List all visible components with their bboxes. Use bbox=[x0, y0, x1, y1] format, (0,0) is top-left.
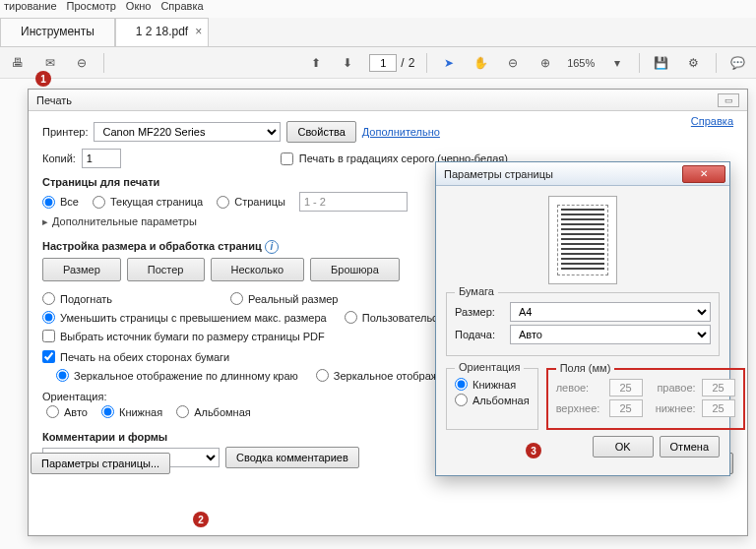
menu-window[interactable]: Окно bbox=[126, 0, 152, 18]
margin-bottom-input[interactable] bbox=[702, 399, 735, 417]
pages-range-input[interactable] bbox=[299, 192, 408, 212]
poster-button[interactable]: Постер bbox=[127, 258, 205, 281]
pages-current-radio[interactable] bbox=[93, 196, 105, 209]
orient-portrait-radio[interactable] bbox=[101, 405, 114, 418]
paper-size-select[interactable]: A4 bbox=[510, 302, 711, 322]
close-icon[interactable]: × bbox=[195, 25, 202, 38]
actual-radio[interactable] bbox=[230, 292, 243, 305]
custom-radio[interactable] bbox=[345, 311, 357, 324]
print-icon[interactable]: 🖶 bbox=[8, 52, 28, 74]
printer-label: Принтер: bbox=[42, 126, 88, 138]
advanced-link[interactable]: Дополнительно bbox=[362, 126, 440, 138]
chevron-down-icon[interactable]: ▾ bbox=[606, 52, 626, 74]
paper-feed-label: Подача: bbox=[455, 329, 504, 340]
paper-feed-select[interactable]: Авто bbox=[510, 325, 711, 344]
separator bbox=[426, 53, 427, 73]
tab-tools[interactable]: Инструменты bbox=[0, 18, 115, 46]
zoom-plus-icon[interactable]: ⊕ bbox=[536, 52, 555, 74]
orientation-group: Ориентация Книжная Альбомная bbox=[446, 368, 538, 430]
pages-all-label: Все bbox=[60, 196, 79, 208]
menubar: тирование Просмотр Окно Справка bbox=[0, 0, 756, 18]
flip-long-radio[interactable] bbox=[56, 369, 69, 382]
page-preview bbox=[548, 196, 617, 284]
margins-group: Поля (мм) левое: правое: верхнее: нижнее… bbox=[546, 368, 745, 430]
pages-current-label: Текущая страница bbox=[110, 196, 203, 208]
comment-icon[interactable]: 💬 bbox=[728, 52, 748, 74]
page-down-icon[interactable]: ⬇ bbox=[338, 52, 357, 74]
duplex-checkbox[interactable] bbox=[42, 350, 55, 363]
annotation-badge-2: 2 bbox=[193, 512, 209, 527]
shrink-radio[interactable] bbox=[42, 311, 55, 324]
sizing-section-title: Настройка размера и обработка страниц bbox=[42, 240, 262, 252]
help-link[interactable]: Справка bbox=[691, 115, 733, 127]
tabbar: Инструменты 1 2 18.pdf × bbox=[0, 18, 756, 47]
orient-landscape-radio[interactable] bbox=[176, 405, 189, 418]
page-setup-dialog: Параметры страницы ✕ Бумага Размер: A4 П… bbox=[435, 161, 730, 476]
pages-range-radio[interactable] bbox=[217, 196, 229, 209]
print-dialog-title: Печать bbox=[36, 94, 72, 106]
grayscale-checkbox[interactable] bbox=[281, 152, 293, 165]
booklet-button[interactable]: Брошюра bbox=[310, 258, 400, 281]
page-total: 2 bbox=[409, 56, 415, 70]
page-setup-button[interactable]: Параметры страницы... bbox=[31, 453, 170, 474]
annotation-badge-3: 3 bbox=[526, 443, 541, 458]
info-icon[interactable]: i bbox=[265, 240, 279, 254]
annotation-badge-1: 1 bbox=[35, 71, 51, 87]
dialog-close-icon[interactable]: ▭ bbox=[718, 93, 739, 107]
margin-top-input[interactable] bbox=[609, 399, 643, 417]
ok-button[interactable]: OK bbox=[593, 436, 654, 458]
margin-left-input[interactable] bbox=[609, 379, 643, 396]
size-button[interactable]: Размер bbox=[42, 258, 121, 281]
pages-range-label: Страницы bbox=[234, 196, 285, 208]
separator bbox=[103, 53, 104, 73]
pages-all-radio[interactable] bbox=[42, 196, 55, 209]
hand-icon[interactable]: ✋ bbox=[472, 52, 491, 74]
flip-short-radio[interactable] bbox=[316, 369, 329, 382]
margin-right-input[interactable] bbox=[702, 379, 735, 396]
paper-size-label: Размер: bbox=[455, 306, 504, 318]
printer-select[interactable]: Canon MF220 Series bbox=[94, 122, 281, 142]
fit-radio[interactable] bbox=[42, 292, 55, 305]
menu-edit[interactable]: тирование bbox=[4, 0, 57, 18]
tab-document[interactable]: 1 2 18.pdf × bbox=[115, 18, 209, 46]
menu-help[interactable]: Справка bbox=[160, 0, 203, 18]
orient-auto-radio[interactable] bbox=[46, 405, 59, 418]
page-setup-title: Параметры страницы bbox=[444, 168, 553, 180]
separator bbox=[716, 53, 717, 73]
page-indicator: / 2 bbox=[369, 54, 414, 72]
page-setup-titlebar: Параметры страницы ✕ bbox=[436, 162, 729, 186]
zoom-level[interactable]: 165% bbox=[567, 57, 595, 69]
choose-source-checkbox[interactable] bbox=[42, 330, 55, 342]
ps-landscape-radio[interactable] bbox=[455, 394, 468, 406]
properties-button[interactable]: Свойства bbox=[286, 121, 355, 143]
print-dialog-titlebar: Печать ▭ bbox=[29, 90, 747, 111]
pointer-icon[interactable]: ➤ bbox=[439, 52, 459, 74]
toolbar: 🖶 ✉ ⊖ ⬆ ⬇ / 2 ➤ ✋ ⊖ ⊕ 165% ▾ 💾 ⚙ 💬 bbox=[0, 47, 756, 79]
summarize-comments-button[interactable]: Сводка комментариев bbox=[225, 447, 359, 468]
menu-view[interactable]: Просмотр bbox=[67, 0, 116, 18]
paper-group: Бумага Размер: A4 Подача: Авто bbox=[446, 292, 720, 356]
page-up-icon[interactable]: ⬆ bbox=[305, 52, 325, 74]
close-icon[interactable]: ✕ bbox=[682, 165, 725, 183]
save-icon[interactable]: 💾 bbox=[652, 52, 671, 74]
copies-label: Копий: bbox=[42, 152, 76, 164]
zoom-minus-icon[interactable]: ⊖ bbox=[503, 52, 523, 74]
ps-cancel-button[interactable]: Отмена bbox=[660, 436, 720, 458]
copies-input[interactable] bbox=[82, 149, 121, 168]
multiple-button[interactable]: Несколько bbox=[211, 258, 305, 281]
zoom-out-icon[interactable]: ⊖ bbox=[72, 52, 92, 74]
separator bbox=[639, 53, 640, 73]
page-number-input[interactable] bbox=[369, 54, 397, 72]
tools-icon[interactable]: ⚙ bbox=[683, 52, 703, 74]
ps-portrait-radio[interactable] bbox=[455, 378, 468, 391]
